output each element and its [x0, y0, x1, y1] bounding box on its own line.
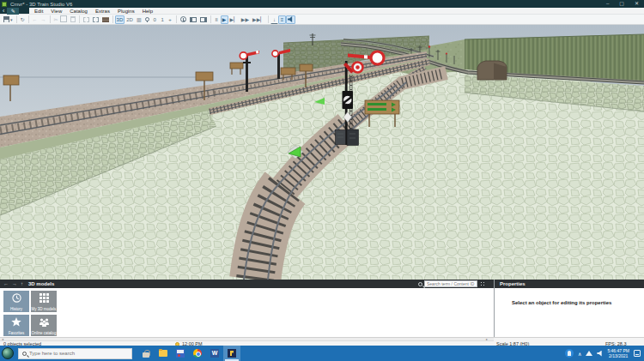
taskbar-search[interactable] — [18, 348, 132, 359]
taskbar-app-word[interactable]: W — [206, 346, 223, 361]
action-center-icon[interactable] — [634, 350, 641, 357]
layer-0-button[interactable]: 0 — [151, 15, 159, 24]
folder-icon — [159, 350, 167, 357]
title-bar: Cmvr* - 3D Train Studio V6 – ▢ ✕ — [0, 0, 644, 8]
pause-button[interactable]: II — [213, 15, 221, 24]
view-3d-button[interactable]: 3D — [115, 15, 125, 24]
back-button[interactable]: ‹ — [3, 8, 4, 15]
ground-button[interactable]: ≡ — [278, 15, 286, 24]
properties-empty-text: Select an object for editing its propert… — [512, 300, 611, 305]
columns-view-button[interactable]: ▥ — [135, 15, 143, 24]
taskbar-app-media[interactable] — [172, 346, 189, 361]
fast-forward-button[interactable]: ▶▶ — [240, 15, 251, 24]
tray-clock[interactable]: 5:46:47 PM 2/13/2021 — [607, 348, 629, 358]
train-studio-icon — [228, 349, 236, 358]
floppy-icon — [3, 16, 9, 22]
star-icon — [11, 317, 21, 327]
panel-left-button[interactable] — [188, 15, 198, 24]
menu-edit[interactable]: Edit — [34, 9, 43, 14]
panel-right-button[interactable] — [198, 15, 209, 24]
tile-favorites[interactable]: Favorites — [3, 315, 29, 336]
properties-panel-header: Properties — [495, 280, 644, 288]
undo-button[interactable]: ← — [31, 15, 39, 24]
tray-hidden-icons[interactable]: ∧ — [578, 351, 581, 357]
menu-catalog[interactable]: Catalog — [70, 9, 88, 14]
view-grid-icon[interactable] — [480, 281, 486, 287]
import-button[interactable]: ↓ — [270, 15, 278, 24]
taskbar-app-security[interactable] — [137, 346, 155, 361]
sound-button[interactable] — [286, 15, 295, 24]
app-logo-icon — [2, 2, 7, 7]
relay-cabinets[interactable] — [336, 129, 359, 146]
tile-online-catalog[interactable]: Online catalog — [31, 315, 57, 336]
clock-icon — [180, 16, 186, 22]
edit-mode-icon[interactable]: ✎ — [7, 8, 19, 15]
lock-icon — [143, 350, 150, 358]
status-bar: ◂▸ 0 objects selected 12:00 PM Scale 1:8… — [0, 337, 644, 346]
start-button[interactable] — [2, 347, 14, 359]
window-title: Cmvr* - 3D Train Studio V6 — [10, 2, 72, 7]
panel-right-icon — [200, 17, 207, 22]
menu-plugins[interactable]: Plugins — [118, 9, 135, 14]
close-button[interactable]: ✕ — [635, 0, 639, 8]
copy-button[interactable] — [60, 15, 69, 24]
menu-quick-actions: ‹ ✎ — [0, 8, 29, 14]
nav-back-icon[interactable]: ← — [3, 281, 9, 286]
play-button[interactable]: ▶ — [221, 15, 228, 24]
viewport-3d[interactable] — [0, 25, 644, 280]
light-button[interactable] — [143, 15, 151, 24]
layer-1-button[interactable]: 1 — [159, 15, 167, 24]
wall-tool-button[interactable] — [100, 15, 111, 24]
clock-button[interactable] — [179, 15, 188, 24]
nav-forward-icon[interactable]: → — [12, 281, 17, 286]
select-all-button[interactable] — [91, 15, 100, 24]
volume-icon[interactable] — [597, 351, 603, 357]
trackside-hut[interactable] — [477, 61, 507, 80]
paste-icon — [70, 16, 76, 22]
tile-history[interactable]: History — [3, 291, 29, 312]
models-panel-title: 3D models — [28, 281, 54, 286]
catalog-search-input[interactable] — [424, 280, 477, 287]
add-layer-button[interactable]: + — [167, 15, 174, 24]
panel-left-icon — [190, 17, 197, 22]
taskbar-app-train-studio[interactable] — [223, 346, 240, 361]
minimize-button[interactable]: – — [606, 0, 609, 8]
wifi-icon[interactable] — [586, 351, 592, 356]
maximize-button[interactable]: ▢ — [619, 0, 624, 8]
search-icon — [418, 282, 422, 286]
bulb-icon — [145, 17, 149, 21]
speaker-icon — [288, 16, 294, 22]
tray-date: 2/13/2021 — [607, 353, 629, 358]
tile-my-3d-models[interactable]: My 3D models — [31, 291, 57, 312]
copy-icon — [62, 17, 67, 22]
save-button[interactable]: ▾ — [2, 15, 15, 24]
select-rect-button[interactable] — [82, 15, 91, 24]
search-icon — [22, 352, 27, 356]
people-icon — [39, 317, 50, 327]
paste-button[interactable] — [69, 15, 77, 24]
redo-button[interactable]: → — [39, 15, 48, 24]
properties-panel-title: Properties — [500, 281, 526, 286]
menu-help[interactable]: Help — [143, 9, 153, 14]
clock-icon — [12, 293, 21, 303]
tray-user-icon[interactable] — [565, 349, 574, 358]
menu-view[interactable]: View — [51, 9, 62, 14]
skip-end-button[interactable]: ▶▶▏ — [251, 15, 266, 24]
models-panel-header: ← → ↑ 3D models — [0, 280, 494, 288]
nav-up-icon[interactable]: ↑ — [21, 281, 23, 286]
wall-icon — [102, 17, 109, 22]
taskbar-app-chrome[interactable] — [189, 346, 206, 361]
taskbar: W ∧ 5:46:47 PM 2/13/2021 — [0, 346, 644, 361]
chrome-icon — [193, 349, 202, 358]
panel-divider — [494, 280, 495, 337]
cut-button[interactable]: ✂ — [52, 15, 60, 24]
step-button[interactable]: ▶▏ — [228, 15, 240, 24]
view-2d-button[interactable]: 2D — [125, 15, 135, 24]
selection-icon — [83, 17, 89, 22]
selection-all-icon — [93, 17, 99, 22]
taskbar-search-input[interactable] — [29, 351, 115, 356]
models-scrollbar[interactable]: ◂▸ — [0, 338, 494, 341]
taskbar-app-explorer[interactable] — [155, 346, 172, 361]
menu-extras[interactable]: Extras — [95, 9, 110, 14]
refresh-button[interactable]: ↻ — [19, 15, 27, 24]
